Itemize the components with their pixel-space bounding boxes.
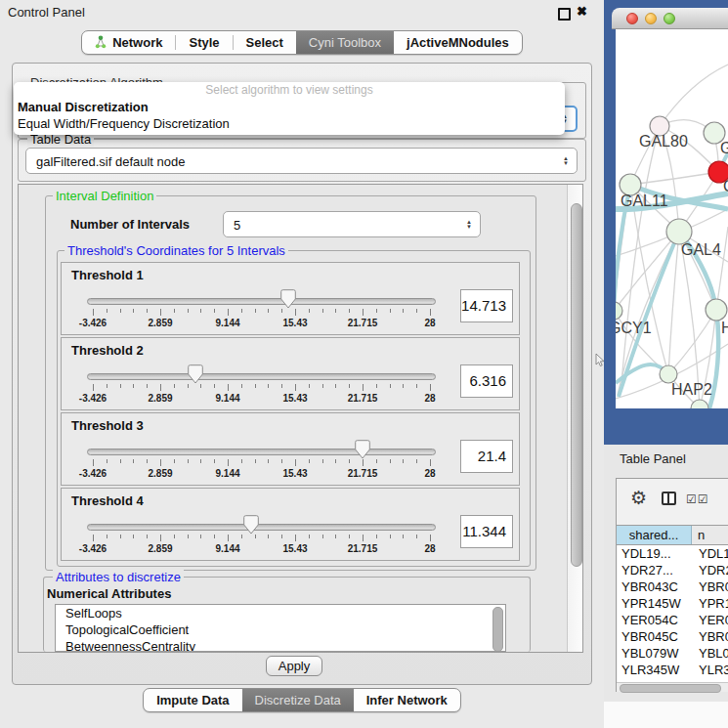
network-window-titlebar[interactable]: [612, 8, 728, 29]
tick-label: 2.859: [148, 318, 172, 328]
cell-shared-name: YDL19...: [618, 545, 695, 562]
tick-mark: [403, 384, 404, 388]
tab-select[interactable]: Select: [234, 31, 296, 54]
tick-mark: [309, 384, 310, 388]
list-scrollbar-thumb[interactable]: [492, 607, 503, 652]
number-of-intervals-combobox[interactable]: 5 ▲▼: [223, 211, 481, 237]
tab-style[interactable]: Style: [176, 31, 232, 54]
tick-label: 21.715: [348, 543, 378, 554]
column-header-shared-name[interactable]: shared...: [617, 526, 692, 544]
float-window-button[interactable]: [558, 8, 571, 21]
tick-mark: [174, 535, 175, 538]
tick-mark: [335, 384, 336, 388]
cell-name: YDL1: [695, 545, 728, 562]
network-node[interactable]: [691, 400, 708, 408]
slider-track[interactable]: [87, 373, 436, 380]
tick-mark: [376, 384, 377, 388]
network-node-gcy1[interactable]: [616, 302, 622, 320]
tick-label: 15.43: [282, 468, 307, 479]
close-window-button[interactable]: [626, 13, 638, 24]
horizontal-scrollbar-thumb[interactable]: [620, 684, 721, 693]
network-node-h[interactable]: [706, 299, 727, 321]
node-label-c: C: [723, 178, 728, 194]
tab-discretize-data[interactable]: Discretize Data: [242, 689, 354, 711]
bottom-tab-pill: Impute DataDiscretize DataInfer Network: [143, 688, 461, 712]
combo-stepper-icon: ▲▼: [466, 220, 472, 230]
tab-jactivemnodules[interactable]: jActiveMNodules: [394, 31, 522, 54]
tick-mark: [430, 309, 431, 316]
tab-label: Cyni Toolbox: [309, 35, 381, 50]
tick-mark: [335, 309, 336, 313]
screen: Control Panel ✖ NetworkStyleSelectCyni T…: [0, 0, 728, 728]
mouse-cursor: [595, 354, 606, 371]
tick-mark: [241, 459, 242, 463]
tab-infer-network[interactable]: Infer Network: [354, 689, 460, 711]
tick-label: 2.859: [148, 393, 172, 404]
scrollbar-track[interactable]: [567, 185, 583, 652]
cell-name: YDR2: [695, 562, 728, 578]
column-header-name[interactable]: n: [692, 526, 728, 544]
tick-label: 2.859: [148, 543, 172, 554]
gear-icon[interactable]: ⚙: [630, 487, 647, 509]
list-item-topologicalcoefficient[interactable]: TopologicalCoefficient: [56, 621, 505, 638]
cell-name: YBR0: [695, 578, 728, 595]
threshold-value-field[interactable]: 11.344: [460, 515, 513, 548]
table-row[interactable]: YBL079WYBL0: [618, 645, 728, 662]
close-panel-button[interactable]: ✖: [577, 4, 587, 19]
cell-shared-name: YBR043C: [618, 578, 695, 595]
tick-label: 28: [424, 393, 435, 404]
tab-label: Impute Data: [156, 693, 229, 707]
slider-handle[interactable]: [355, 440, 370, 459]
network-canvas[interactable]: GAL80GACGAL11GAL4GCY1HHAP2: [616, 29, 728, 408]
tick-mark: [255, 535, 256, 538]
tick-mark: [281, 384, 282, 388]
tick-mark: [241, 384, 242, 388]
tab-network[interactable]: Network: [82, 31, 175, 54]
checkbox-icons[interactable]: ☑☑: [686, 492, 709, 506]
table-data-combobox[interactable]: galFiltered.sif default node ▲▼: [25, 148, 578, 174]
column-layout-icon[interactable]: [662, 492, 676, 505]
threshold-value-field[interactable]: 6.316: [460, 364, 513, 398]
attributes-to-discretize-group-title: Attributes to discretize: [53, 570, 184, 584]
tick-mark: [430, 384, 431, 391]
popup-option-manual-discretization[interactable]: Manual Discretization: [14, 99, 565, 115]
tick-label: 28: [424, 318, 435, 328]
threshold-label: Threshold 3: [71, 418, 144, 433]
table-row[interactable]: YBR045CYBR0: [618, 628, 728, 645]
table-row[interactable]: YBR043CYBR0: [618, 578, 728, 595]
tab-cyni-toolbox[interactable]: Cyni Toolbox: [296, 31, 394, 54]
table-row[interactable]: YDL19...YDL1: [618, 545, 728, 562]
table-row[interactable]: YDR27...YDR2: [618, 562, 728, 578]
threshold-value-field[interactable]: 21.4: [460, 440, 513, 473]
table-row[interactable]: YER054CYER0: [618, 612, 728, 628]
slider-handle[interactable]: [243, 515, 259, 535]
slider-handle[interactable]: [188, 364, 203, 384]
table-row[interactable]: YPR145WYPR1: [618, 595, 728, 612]
slider-track[interactable]: [87, 449, 436, 455]
tick-mark: [120, 309, 121, 313]
node-label-gcy1: GCY1: [616, 320, 652, 336]
slider-ticks: -3.4262.8599.14415.4321.71528: [93, 384, 430, 406]
horizontal-scrollbar-track[interactable]: [617, 682, 728, 692]
slider-handle[interactable]: [280, 289, 296, 309]
scrollbar-thumb[interactable]: [571, 203, 582, 567]
tick-mark: [188, 384, 189, 388]
tick-mark: [174, 384, 175, 388]
network-icon: [95, 35, 107, 50]
tick-label: 21.715: [348, 318, 378, 328]
minimize-window-button[interactable]: [645, 13, 657, 24]
top-tab-pill: NetworkStyleSelectCyni ToolboxjActiveMNo…: [81, 30, 523, 55]
table-row[interactable]: YLR345WYLR3: [618, 662, 728, 678]
list-item-betweennesscentrality[interactable]: BetweennessCentrality: [56, 638, 505, 652]
slider-track[interactable]: [87, 298, 436, 305]
threshold-value-field[interactable]: 14.713: [460, 289, 513, 322]
zoom-window-button[interactable]: [664, 13, 675, 24]
cell-name: YER0: [695, 612, 728, 628]
apply-button[interactable]: Apply: [266, 656, 322, 676]
tab-impute-data[interactable]: Impute Data: [144, 689, 241, 711]
list-item-selfloops[interactable]: SelfLoops: [56, 605, 505, 621]
tab-label: Select: [246, 35, 283, 50]
popup-option-equal-width-frequency-discretization[interactable]: Equal Width/Frequency Discretization: [14, 115, 565, 132]
slider-track[interactable]: [87, 524, 436, 531]
tick-mark: [200, 309, 201, 313]
